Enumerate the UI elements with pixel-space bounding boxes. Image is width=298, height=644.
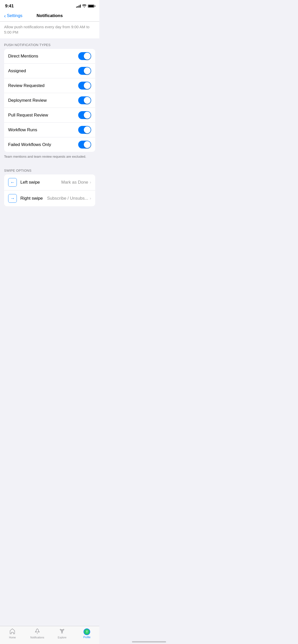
right-swipe-label: Right swipe bbox=[20, 196, 47, 201]
left-arrow-icon: ← bbox=[10, 180, 15, 185]
right-swipe-arrow-box: → bbox=[8, 194, 17, 203]
right-swipe-chevron-icon: › bbox=[90, 196, 91, 201]
deployment-review-toggle[interactable] bbox=[78, 96, 91, 104]
workflow-runs-toggle[interactable] bbox=[78, 126, 91, 134]
signal-icon bbox=[76, 5, 81, 8]
status-time: 9:41 bbox=[5, 4, 14, 9]
review-requested-toggle[interactable] bbox=[78, 82, 91, 90]
review-requested-label: Review Requested bbox=[8, 83, 45, 88]
pull-request-review-label: Pull Request Review bbox=[8, 113, 48, 118]
deployment-review-row: Deployment Review bbox=[4, 93, 95, 108]
right-swipe-value: Subscribe / Unsubs... bbox=[47, 196, 88, 201]
push-notification-section-label: PUSH NOTIFICATION TYPES bbox=[0, 38, 99, 49]
assigned-toggle[interactable] bbox=[78, 67, 91, 75]
status-icons bbox=[76, 4, 94, 8]
failed-workflows-row: Failed Workflows Only bbox=[4, 137, 95, 152]
status-bar: 9:41 bbox=[0, 0, 99, 11]
push-notification-card: Direct Mentions Assigned Review Requeste… bbox=[4, 49, 95, 152]
faded-header-text: Allow push notifications every day from … bbox=[4, 25, 89, 34]
direct-mentions-row: Direct Mentions bbox=[4, 49, 95, 64]
left-swipe-arrow-box: ← bbox=[8, 178, 17, 187]
review-requested-row: Review Requested bbox=[4, 78, 95, 93]
pull-request-review-row: Pull Request Review bbox=[4, 108, 95, 123]
right-swipe-row[interactable]: → Right swipe Subscribe / Unsubs... › bbox=[4, 191, 95, 206]
faded-header: Allow push notifications every day from … bbox=[0, 22, 99, 38]
failed-workflows-label: Failed Workflows Only bbox=[8, 142, 51, 147]
nav-bar: ‹ Settings Notifications bbox=[0, 11, 99, 22]
battery-icon bbox=[88, 5, 94, 8]
back-label: Settings bbox=[7, 13, 22, 18]
left-swipe-row[interactable]: ← Left swipe Mark as Done › bbox=[4, 174, 95, 191]
swipe-options-section-label: SWIPE OPTIONS bbox=[0, 164, 99, 174]
workflow-runs-row: Workflow Runs bbox=[4, 123, 95, 137]
back-chevron-icon: ‹ bbox=[4, 13, 6, 18]
swipe-options-card: ← Left swipe Mark as Done › → Right swip… bbox=[4, 174, 95, 206]
back-button[interactable]: ‹ Settings bbox=[4, 13, 22, 18]
left-swipe-chevron-icon: › bbox=[90, 180, 91, 185]
deployment-review-label: Deployment Review bbox=[8, 98, 47, 103]
scroll-content: Allow push notifications every day from … bbox=[0, 22, 99, 239]
right-arrow-icon: → bbox=[10, 196, 15, 201]
left-swipe-value: Mark as Done bbox=[61, 180, 88, 185]
direct-mentions-label: Direct Mentions bbox=[8, 54, 38, 59]
wifi-icon bbox=[82, 4, 86, 8]
page-title: Notifications bbox=[37, 13, 63, 18]
direct-mentions-toggle[interactable] bbox=[78, 52, 91, 60]
assigned-label: Assigned bbox=[8, 68, 26, 74]
pull-request-review-toggle[interactable] bbox=[78, 111, 91, 119]
failed-workflows-toggle[interactable] bbox=[78, 141, 91, 149]
workflow-runs-label: Workflow Runs bbox=[8, 127, 37, 133]
left-swipe-label: Left swipe bbox=[20, 180, 61, 185]
assigned-row: Assigned bbox=[4, 64, 95, 78]
helper-text: Team mentions and team review requests a… bbox=[0, 152, 99, 164]
